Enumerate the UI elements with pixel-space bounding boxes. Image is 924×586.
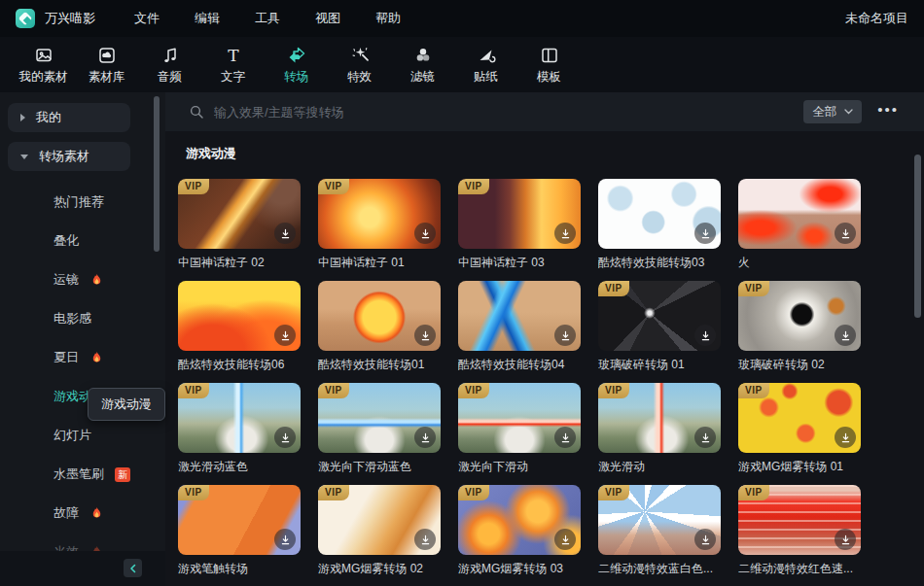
transition-card[interactable]: VIP 游戏笔触转场 [178,485,301,577]
transition-card[interactable]: VIP 游戏MG烟雾转场 02 [318,485,441,577]
tab-filters[interactable]: 滤镜 [391,45,454,86]
transition-thumbnail[interactable]: VIP [178,485,301,555]
transition-thumbnail[interactable]: VIP [178,383,301,453]
transition-thumbnail[interactable]: VIP [458,485,581,555]
sidebar-group-transitions[interactable]: 转场素材 [8,142,130,171]
transition-card-label: 酷炫特效技能转场01 [318,357,441,373]
menu-item[interactable]: 编辑 [195,10,220,27]
download-button[interactable] [274,325,296,346]
sidebar-item[interactable]: 夏日 [0,338,165,377]
transition-card[interactable]: VIP 二维动漫特效红色速... [738,485,861,577]
menu-item[interactable]: 帮助 [375,10,401,27]
transition-thumbnail[interactable]: VIP [598,281,721,351]
transition-thumbnail[interactable] [318,281,441,351]
transition-card[interactable]: 火 [738,179,861,271]
download-button[interactable] [414,223,436,244]
download-button[interactable] [274,427,296,448]
transition-card[interactable]: VIP 激光滑动 [598,383,721,475]
transition-thumbnail[interactable] [598,179,721,249]
sidebar-item[interactable]: 热门推荐 [0,183,165,222]
new-badge: 新 [115,467,130,482]
tab-transitions[interactable]: 转场 [265,45,328,86]
download-button[interactable] [835,529,856,550]
tab-text[interactable]: T 文字 [201,45,265,86]
download-button[interactable] [694,325,716,346]
download-button[interactable] [414,325,436,346]
download-button[interactable] [414,427,436,448]
transition-card[interactable]: VIP 激光滑动蓝色 [178,383,301,475]
transition-card[interactable]: VIP 中国神话粒子 02 [178,179,301,271]
tab-my-media[interactable]: 我的素材 [12,45,75,86]
transition-thumbnail[interactable]: VIP [738,281,861,351]
transition-card[interactable]: VIP 玻璃破碎转场 01 [598,281,721,373]
sidebar-item[interactable]: 运镜 [0,260,165,299]
transition-thumbnail[interactable]: VIP [318,179,441,249]
sidebar-bottom-bar [0,551,165,586]
download-button[interactable] [835,427,856,448]
transition-card[interactable]: VIP 游戏MG烟雾转场 01 [738,383,861,475]
transition-card[interactable]: 酷炫特效技能转场01 [318,281,441,373]
transition-icon [286,45,307,66]
sidebar-item[interactable]: 叠化 [0,222,165,260]
download-button[interactable] [835,223,856,244]
content-scrollbar[interactable] [914,155,921,318]
transition-thumbnail[interactable]: VIP [458,179,581,249]
download-button[interactable] [274,223,296,244]
download-button[interactable] [694,427,716,448]
library-icon [96,45,118,66]
tab-library[interactable]: 素材库 [75,45,138,86]
transition-card[interactable]: VIP 中国神话粒子 03 [458,179,581,271]
sidebar-item[interactable]: 电影感 [0,299,165,338]
menu-item[interactable]: 文件 [134,10,160,27]
transition-thumbnail[interactable] [458,281,581,351]
more-options-button[interactable]: ••• [875,98,901,126]
transition-card[interactable]: VIP 激光向下滑动 [458,383,581,475]
transition-thumbnail[interactable]: VIP [318,383,441,453]
transition-card[interactable]: VIP 二维动漫特效蓝白色... [598,485,721,577]
download-button[interactable] [274,529,296,550]
download-icon [419,431,432,444]
download-button[interactable] [835,325,856,346]
tab-audio[interactable]: 音频 [138,45,201,86]
download-button[interactable] [694,223,716,244]
transition-card[interactable]: VIP 玻璃破碎转场 02 [738,281,861,373]
transition-thumbnail[interactable]: VIP [738,485,861,555]
menu-item[interactable]: 工具 [255,10,280,27]
transition-thumbnail[interactable]: VIP [598,383,721,453]
sidebar-scrollbar[interactable] [154,96,160,252]
transition-thumbnail[interactable]: VIP [318,485,441,555]
download-button[interactable] [554,529,576,550]
transition-card[interactable]: 酷炫特效技能转场04 [458,281,581,373]
transition-thumbnail[interactable]: VIP [738,383,861,453]
transition-thumbnail[interactable]: VIP [458,383,581,453]
transition-card[interactable]: 酷炫特效技能转场06 [178,281,301,373]
download-icon [419,329,432,342]
filter-dropdown[interactable]: 全部 [803,100,862,123]
download-button[interactable] [554,427,576,448]
transition-thumbnail[interactable] [178,281,301,351]
transition-card[interactable]: VIP 激光向下滑动蓝色 [318,383,441,475]
media-icon [33,45,54,66]
transition-card-label: 游戏MG烟雾转场 03 [458,561,581,577]
transition-thumbnail[interactable]: VIP [178,179,301,249]
transition-card[interactable]: VIP 游戏MG烟雾转场 03 [458,485,581,577]
sidebar-group-mine[interactable]: 我的 [8,103,130,132]
filter-dropdown-label: 全部 [812,104,836,121]
sidebar-item[interactable]: 故障 [0,494,165,533]
tab-stickers[interactable]: 贴纸 [454,45,517,86]
download-button[interactable] [414,529,436,550]
download-button[interactable] [554,223,576,244]
tab-templates[interactable]: 模板 [517,45,581,86]
menu-item[interactable]: 视图 [315,10,340,27]
download-button[interactable] [694,529,716,550]
transition-card[interactable]: VIP 中国神话粒子 01 [318,179,441,271]
tab-effects[interactable]: 特效 [328,45,391,86]
sidebar-item[interactable]: 水墨笔刷 新 [0,455,165,494]
transition-card[interactable]: 酷炫特效技能转场03 [598,179,721,271]
download-button[interactable] [554,325,576,346]
transition-thumbnail[interactable]: VIP [598,485,721,555]
sidebar-collapse-button[interactable] [124,559,142,577]
sidebar-item[interactable]: 幻灯片 [0,416,165,455]
transition-thumbnail[interactable] [738,179,861,249]
search-input[interactable] [214,105,803,120]
